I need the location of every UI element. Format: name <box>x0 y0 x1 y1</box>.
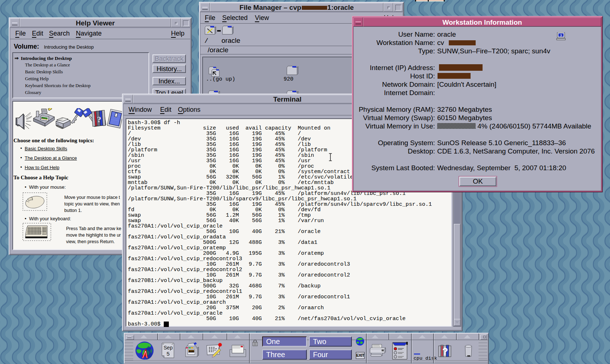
svg-text:Sep: Sep <box>164 345 173 351</box>
svg-text:?: ? <box>560 34 562 37</box>
svg-text:5: 5 <box>167 351 170 357</box>
svg-text:?: ? <box>97 115 101 124</box>
svg-text:?: ? <box>442 346 448 357</box>
